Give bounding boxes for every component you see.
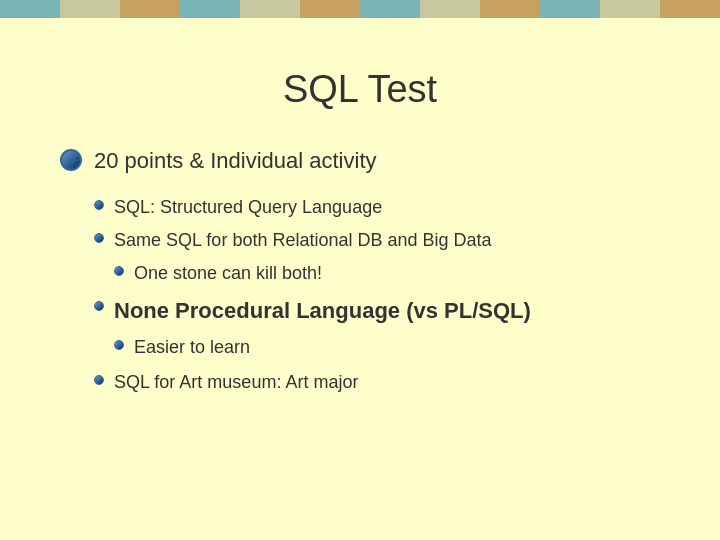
top-bar-seg-2 bbox=[60, 0, 120, 18]
main-bullet-text: 20 points & Individual activity bbox=[94, 146, 377, 177]
sub-sub-bullet-icon-1 bbox=[114, 266, 124, 276]
top-bar-seg-6 bbox=[300, 0, 360, 18]
sub-item-2: Same SQL for both Relational DB and Big … bbox=[94, 228, 660, 253]
top-bar bbox=[0, 0, 720, 18]
easier-bullet-icon bbox=[114, 340, 124, 350]
top-bar-seg-10 bbox=[540, 0, 600, 18]
none-proc-text: None Procedural Language (vs PL/SQL) bbox=[114, 296, 531, 327]
sub-sub-item-1-text: One stone can kill both! bbox=[134, 261, 322, 286]
top-bar-seg-3 bbox=[120, 0, 180, 18]
none-proc-item: None Procedural Language (vs PL/SQL) bbox=[94, 296, 660, 327]
sub-sub-item-1: One stone can kill both! bbox=[114, 261, 660, 286]
art-bullet-icon bbox=[94, 375, 104, 385]
easier-text: Easier to learn bbox=[134, 335, 250, 360]
main-bullet: 20 points & Individual activity bbox=[60, 146, 660, 177]
sub-bullet-icon-1 bbox=[94, 200, 104, 210]
top-bar-seg-1 bbox=[0, 0, 60, 18]
sub-sub-list-1: One stone can kill both! bbox=[114, 261, 660, 286]
top-bar-seg-4 bbox=[180, 0, 240, 18]
art-text: SQL for Art museum: Art major bbox=[114, 370, 358, 395]
sub-list: SQL: Structured Query Language Same SQL … bbox=[94, 195, 660, 396]
main-bullet-icon bbox=[60, 149, 82, 171]
top-bar-seg-7 bbox=[360, 0, 420, 18]
art-item: SQL for Art museum: Art major bbox=[94, 370, 660, 395]
sub-item-1: SQL: Structured Query Language bbox=[94, 195, 660, 220]
sub-bullet-icon-2 bbox=[94, 233, 104, 243]
sub-item-2-text: Same SQL for both Relational DB and Big … bbox=[114, 228, 492, 253]
sub-sub-list-2: Easier to learn bbox=[114, 335, 660, 360]
easier-item: Easier to learn bbox=[114, 335, 660, 360]
top-bar-seg-5 bbox=[240, 0, 300, 18]
top-bar-seg-11 bbox=[600, 0, 660, 18]
top-bar-seg-12 bbox=[660, 0, 720, 18]
top-bar-seg-9 bbox=[480, 0, 540, 18]
none-proc-bullet-icon bbox=[94, 301, 104, 311]
slide-content: SQL Test 20 points & Individual activity… bbox=[0, 18, 720, 436]
sub-item-1-text: SQL: Structured Query Language bbox=[114, 195, 382, 220]
top-bar-seg-8 bbox=[420, 0, 480, 18]
slide-title: SQL Test bbox=[60, 68, 660, 111]
